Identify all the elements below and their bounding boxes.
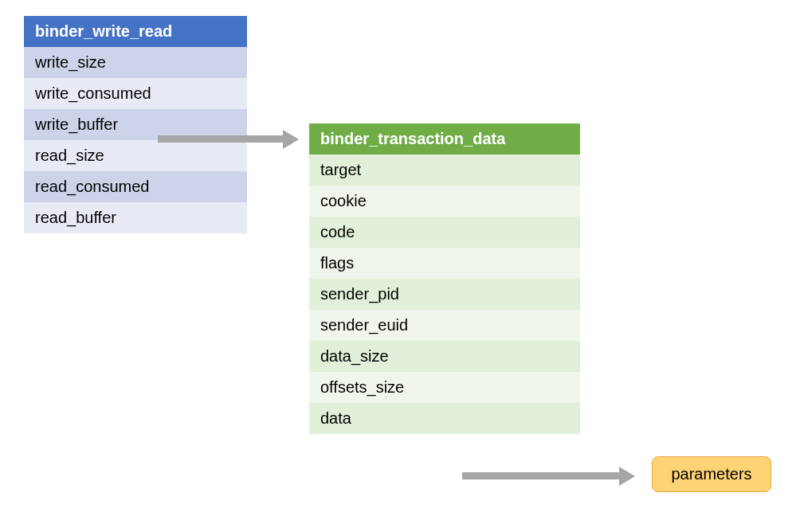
table-row: code bbox=[309, 217, 580, 248]
binder-transaction-data-header: binder_transaction_data bbox=[309, 123, 580, 155]
binder-write-read-header: binder_write_read bbox=[24, 16, 247, 47]
binder-transaction-data-table: binder_transaction_data target cookie co… bbox=[309, 123, 580, 434]
arrow-data-to-parameters bbox=[462, 472, 621, 479]
table-row: target bbox=[309, 155, 580, 186]
table-row: write_consumed bbox=[24, 78, 247, 109]
parameters-box: parameters bbox=[652, 456, 771, 492]
table-row: sender_euid bbox=[309, 310, 580, 341]
table-row: cookie bbox=[309, 186, 580, 217]
table-row: write_size bbox=[24, 47, 247, 78]
table-row: read_buffer bbox=[24, 202, 247, 233]
table-row: data bbox=[309, 403, 580, 434]
table-row: offsets_size bbox=[309, 372, 580, 403]
table-row: flags bbox=[309, 248, 580, 279]
table-row: read_consumed bbox=[24, 171, 247, 202]
table-row: read_size bbox=[24, 140, 247, 171]
arrow-write-buffer-to-transaction-data bbox=[158, 135, 284, 143]
binder-write-read-table: binder_write_read write_size write_consu… bbox=[24, 16, 247, 233]
table-row: sender_pid bbox=[309, 279, 580, 310]
table-row: data_size bbox=[309, 341, 580, 372]
